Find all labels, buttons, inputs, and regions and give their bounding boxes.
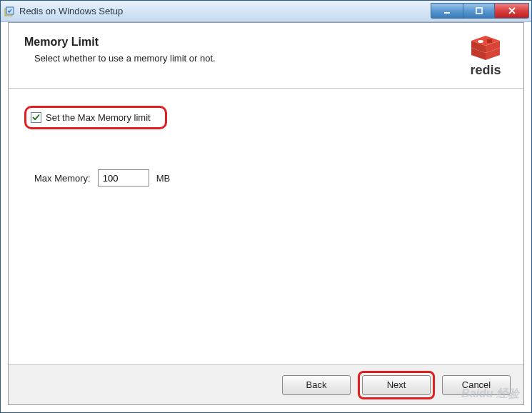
maximize-button[interactable]: [463, 3, 495, 19]
max-memory-unit: MB: [156, 173, 171, 184]
page-title: Memory Limit: [24, 36, 463, 49]
max-memory-label: Max Memory:: [34, 173, 91, 184]
next-button-highlight: Next: [358, 371, 435, 399]
cancel-button[interactable]: Cancel: [442, 375, 511, 395]
redis-logo: redis: [463, 36, 508, 78]
wizard-footer: Back Next Cancel Baidu 经验: [9, 364, 523, 404]
svg-rect-3: [476, 8, 482, 14]
installer-window: Redis on Windows Setup Memory Limit Sele…: [0, 0, 532, 413]
titlebar[interactable]: Redis on Windows Setup: [1, 1, 531, 22]
svg-rect-2: [444, 12, 450, 14]
minimize-button[interactable]: [431, 3, 463, 19]
redis-logo-text: redis: [463, 63, 508, 78]
max-memory-checkbox[interactable]: [31, 112, 41, 123]
content-panel: Memory Limit Select whether to use a mem…: [8, 22, 524, 405]
window-title: Redis on Windows Setup: [19, 6, 431, 16]
max-memory-checkbox-row: Set the Max Memory limit: [24, 106, 167, 129]
max-memory-input[interactable]: [98, 169, 149, 186]
wizard-header: Memory Limit Select whether to use a mem…: [9, 23, 523, 89]
window-controls: [431, 3, 529, 19]
back-button[interactable]: Back: [282, 375, 351, 395]
svg-point-9: [478, 40, 483, 43]
redis-cube-icon: [470, 36, 501, 61]
next-button[interactable]: Next: [362, 375, 431, 395]
max-memory-checkbox-label[interactable]: Set the Max Memory limit: [46, 112, 151, 123]
installer-icon: [4, 6, 15, 17]
page-subtitle: Select whether to use a memory limit or …: [34, 53, 463, 64]
max-memory-row: Max Memory: MB: [34, 169, 508, 186]
close-button[interactable]: [495, 3, 529, 19]
svg-rect-10: [487, 39, 492, 43]
wizard-body: Set the Max Memory limit Max Memory: MB: [9, 89, 523, 204]
